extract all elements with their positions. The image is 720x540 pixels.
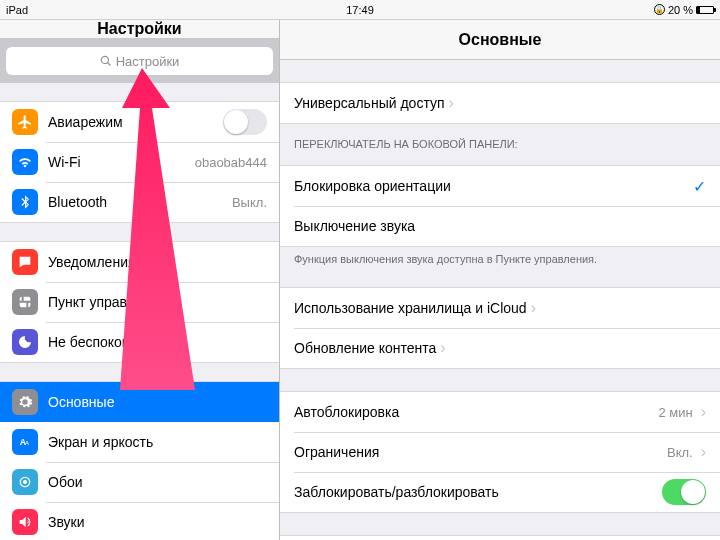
detail-row[interactable]: Блокировка ориентации✓ [280, 166, 720, 206]
sidebar-item-label: Wi-Fi [48, 154, 81, 170]
sidebar-item-label: Звуки [48, 514, 85, 530]
detail-row-label: Ограничения [294, 444, 379, 460]
detail-row-value: 2 мин [658, 405, 692, 420]
detail-row[interactable]: Универсальный доступ› [280, 83, 720, 123]
wallpaper-icon [12, 469, 38, 495]
detail-row-label: Использование хранилища и iCloud [294, 300, 527, 316]
search-placeholder: Настройки [116, 54, 180, 69]
sidebar-item-display[interactable]: AAЭкран и яркость [0, 422, 279, 462]
detail-row[interactable]: Дата и время› [280, 536, 720, 540]
chevron-right-icon: › [531, 299, 536, 317]
sidebar-item-wifi[interactable]: Wi-Fiobaobab444 [0, 142, 279, 182]
sidebar-item-control[interactable]: Пункт управления [0, 282, 279, 322]
detail-row-label: Универсальный доступ [294, 95, 445, 111]
sidebar-item-label: Авиарежим [48, 114, 123, 130]
section-footer: Функция выключения звука доступна в Пунк… [280, 247, 720, 265]
wifi-icon [12, 149, 38, 175]
detail-row[interactable]: Выключение звука [280, 206, 720, 246]
svg-text:A: A [25, 440, 29, 446]
detail-title: Основные [280, 20, 720, 60]
status-right: 🔒 20 % [654, 4, 714, 16]
detail-row-value: Вкл. [667, 445, 693, 460]
detail-row[interactable]: Использование хранилища и iCloud› [280, 288, 720, 328]
detail-row-label: Обновление контента [294, 340, 436, 356]
sidebar-item-label: Обои [48, 474, 83, 490]
battery-icon [696, 6, 714, 14]
rotation-lock-icon: 🔒 [654, 4, 665, 15]
detail-pane: Основные Универсальный доступ›ПЕРЕКЛЮЧАТ… [280, 20, 720, 540]
general-icon [12, 389, 38, 415]
section-header: ПЕРЕКЛЮЧАТЕЛЬ НА БОКОВОЙ ПАНЕЛИ: [280, 124, 720, 155]
sidebar-item-general[interactable]: Основные [0, 382, 279, 422]
display-icon: AA [12, 429, 38, 455]
search-wrap: Настройки [0, 39, 279, 83]
sidebar-item-sound[interactable]: Звуки [0, 502, 279, 540]
sidebar-title: Настройки [0, 20, 279, 39]
detail-row[interactable]: Обновление контента› [280, 328, 720, 368]
sidebar-item-label: Пункт управления [48, 294, 166, 310]
sidebar-item-wallpaper[interactable]: Обои [0, 462, 279, 502]
sidebar-item-value: Выкл. [232, 195, 267, 210]
detail-row-label: Автоблокировка [294, 404, 399, 420]
control-icon [12, 289, 38, 315]
sidebar-item-dnd[interactable]: Не беспокоить [0, 322, 279, 362]
sidebar-item-label: Экран и яркость [48, 434, 153, 450]
sidebar-item-label: Уведомления [48, 254, 136, 270]
detail-row-label: Выключение звука [294, 218, 415, 234]
device-label: iPad [6, 4, 28, 16]
sidebar-item-bluetooth[interactable]: BluetoothВыкл. [0, 182, 279, 222]
chevron-right-icon: › [701, 403, 706, 421]
airplane-switch[interactable] [223, 109, 267, 135]
search-input[interactable]: Настройки [6, 47, 273, 75]
toggle-switch[interactable] [662, 479, 706, 505]
sidebar-item-airplane[interactable]: Авиарежим [0, 102, 279, 142]
detail-row[interactable]: ОграниченияВкл.› [280, 432, 720, 472]
detail-row-label: Заблокировать/разблокировать [294, 484, 499, 500]
sidebar-item-label: Не беспокоить [48, 334, 143, 350]
notify-icon [12, 249, 38, 275]
search-icon [100, 55, 112, 67]
sidebar-item-label: Основные [48, 394, 114, 410]
checkmark-icon: ✓ [693, 177, 706, 196]
clock: 17:49 [346, 4, 374, 16]
chevron-right-icon: › [440, 339, 445, 357]
chevron-right-icon: › [449, 94, 454, 112]
airplane-icon [12, 109, 38, 135]
status-bar: iPad 17:49 🔒 20 % [0, 0, 720, 20]
dnd-icon [12, 329, 38, 355]
sidebar-item-notify[interactable]: Уведомления [0, 242, 279, 282]
settings-sidebar: Настройки Настройки АвиарежимWi-Fiobaoba… [0, 20, 280, 540]
svg-point-2 [23, 480, 27, 484]
detail-row-label: Блокировка ориентации [294, 178, 451, 194]
detail-row[interactable]: Автоблокировка2 мин› [280, 392, 720, 432]
sound-icon [12, 509, 38, 535]
sidebar-item-value: obaobab444 [195, 155, 267, 170]
chevron-right-icon: › [701, 443, 706, 461]
battery-percent: 20 % [668, 4, 693, 16]
detail-row[interactable]: Заблокировать/разблокировать [280, 472, 720, 512]
sidebar-item-label: Bluetooth [48, 194, 107, 210]
bluetooth-icon [12, 189, 38, 215]
